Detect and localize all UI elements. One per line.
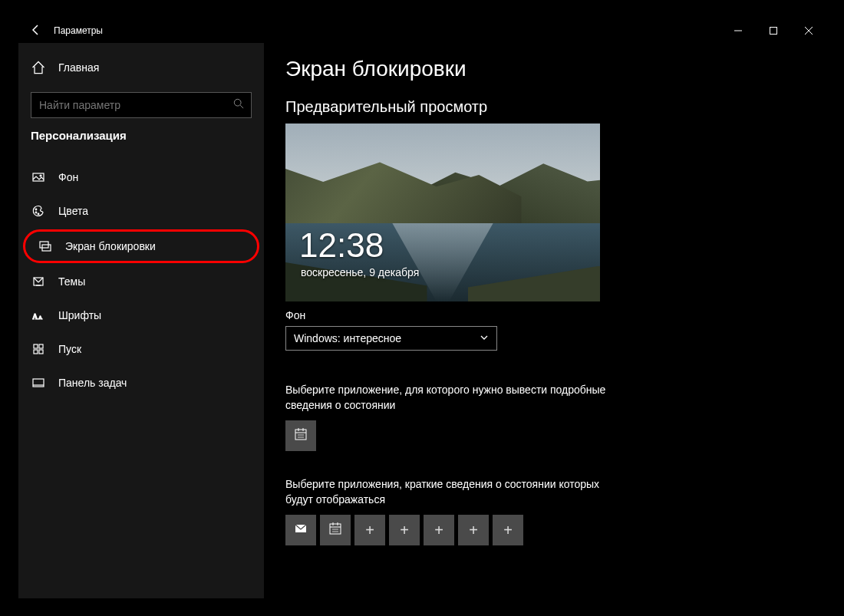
svg-point-4 — [234, 99, 241, 106]
minimize-button[interactable] — [720, 18, 756, 43]
svg-rect-18 — [34, 350, 38, 354]
titlebar: Параметры — [18, 18, 826, 43]
lockscreen-preview: 12:38 воскресенье, 9 декабря — [285, 124, 600, 301]
taskbar-icon — [31, 377, 46, 389]
preview-label: Предварительный просмотр — [285, 98, 805, 116]
sidebar-item-colors[interactable]: Цвета — [18, 194, 264, 228]
svg-rect-22 — [295, 430, 306, 440]
page-title: Экран блокировки — [285, 57, 805, 81]
quick-status-app-calendar[interactable] — [320, 515, 351, 545]
sidebar-item-label: Темы — [58, 275, 85, 288]
svg-rect-16 — [34, 344, 38, 348]
sidebar-item-taskbar[interactable]: Панель задач — [18, 366, 264, 400]
svg-point-10 — [38, 213, 39, 215]
picture-icon — [31, 171, 46, 183]
svg-text:A: A — [32, 312, 38, 321]
sidebar-item-start[interactable]: Пуск — [18, 332, 264, 366]
plus-icon: + — [400, 522, 409, 539]
quick-status-text: Выберите приложения, краткие сведения о … — [285, 477, 608, 507]
window-title: Параметры — [54, 25, 103, 36]
home-icon — [31, 60, 46, 75]
sidebar-item-themes[interactable]: Темы — [18, 265, 264, 298]
svg-text:A: A — [38, 315, 42, 321]
svg-rect-19 — [39, 350, 43, 354]
plus-icon: + — [503, 522, 513, 539]
sidebar-home[interactable]: Главная — [18, 51, 264, 84]
sidebar-item-label: Пуск — [58, 343, 81, 355]
maximize-button[interactable] — [756, 18, 791, 43]
quick-status-add-4[interactable]: + — [458, 515, 489, 545]
sidebar-item-label: Цвета — [58, 205, 88, 217]
search-input[interactable] — [31, 92, 252, 118]
window-controls — [720, 18, 826, 43]
themes-icon — [31, 275, 46, 288]
fonts-icon: AA — [31, 309, 46, 321]
lockscreen-icon — [38, 240, 53, 252]
sidebar-item-lockscreen[interactable]: Экран блокировки — [23, 229, 259, 263]
sidebar: Главная Персонализация Фон Цвета — [18, 43, 264, 598]
quick-status-add-2[interactable]: + — [389, 515, 420, 545]
mail-icon — [294, 522, 308, 539]
svg-rect-17 — [39, 344, 43, 348]
sidebar-item-label: Экран блокировки — [65, 240, 156, 252]
start-icon — [31, 343, 46, 355]
main-panel: Экран блокировки Предварительный просмот… — [264, 43, 826, 598]
preview-date: воскресенье, 9 декабря — [301, 266, 419, 278]
calendar-icon — [328, 522, 342, 539]
close-button[interactable] — [791, 18, 826, 43]
plus-icon: + — [434, 522, 443, 539]
preview-time: 12:38 — [299, 226, 384, 265]
svg-rect-1 — [770, 28, 777, 35]
background-label: Фон — [285, 309, 805, 321]
quick-status-add-5[interactable]: + — [493, 515, 523, 545]
sidebar-item-background[interactable]: Фон — [18, 160, 264, 194]
settings-window: Параметры Главная Пе — [18, 18, 826, 598]
palette-icon — [31, 205, 46, 217]
plus-icon: + — [469, 522, 478, 539]
svg-point-7 — [40, 175, 41, 176]
sidebar-category: Персонализация — [18, 129, 264, 150]
dropdown-value: Windows: интересное — [294, 332, 401, 344]
search-icon — [233, 98, 244, 112]
svg-point-8 — [35, 209, 37, 210]
sidebar-item-fonts[interactable]: AA Шрифты — [18, 298, 264, 332]
svg-rect-6 — [33, 173, 44, 181]
calendar-icon — [294, 427, 308, 444]
quick-status-add-3[interactable]: + — [424, 515, 454, 545]
sidebar-item-label: Шрифты — [58, 309, 101, 321]
sidebar-item-label: Фон — [58, 171, 78, 183]
quick-status-add-1[interactable]: + — [354, 515, 385, 545]
chevron-down-icon — [480, 333, 489, 344]
quick-status-app-mail[interactable] — [285, 515, 316, 545]
detailed-status-app-button[interactable] — [285, 420, 316, 451]
svg-rect-29 — [330, 524, 341, 534]
svg-line-5 — [240, 105, 243, 108]
plus-icon: + — [365, 522, 374, 539]
back-button[interactable] — [18, 24, 54, 38]
detailed-status-text: Выберите приложение, для которого нужно … — [285, 383, 608, 413]
sidebar-item-label: Панель задач — [58, 377, 127, 389]
sidebar-home-label: Главная — [58, 61, 99, 74]
svg-point-9 — [35, 212, 37, 213]
background-dropdown[interactable]: Windows: интересное — [285, 326, 497, 351]
